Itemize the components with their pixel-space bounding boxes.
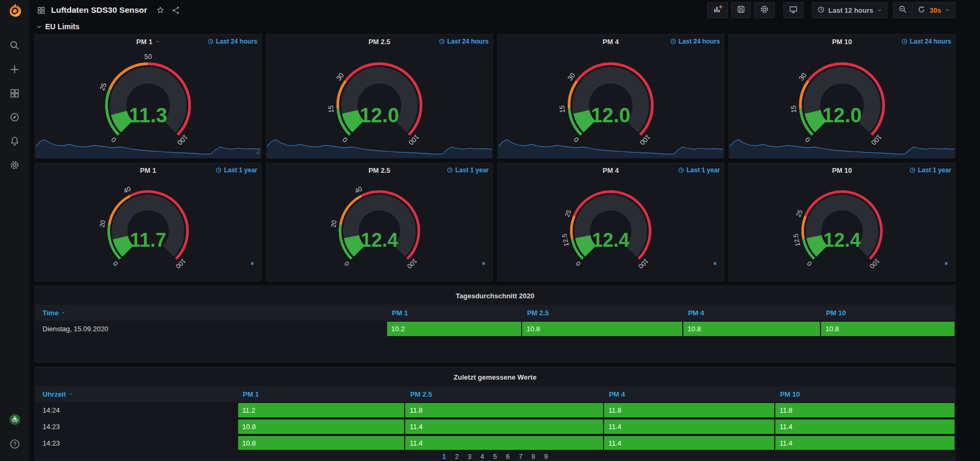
table-cell-value: 11.4 [604, 418, 775, 435]
column-header-label: Time [43, 309, 58, 317]
pagination-page-7[interactable]: 7 [518, 453, 522, 460]
panel-time-range-link[interactable]: Last 24 hours [439, 38, 489, 45]
panel-time-range-link[interactable]: Last 1 year [909, 166, 951, 174]
gauge-tick-label: 0 [572, 136, 581, 144]
table-column-header-pm-10[interactable]: PM 10 [820, 309, 955, 317]
panel-time-range-link[interactable]: Last 1 year [678, 166, 720, 174]
cycle-view-button[interactable] [783, 2, 803, 18]
pagination-page-6[interactable]: 6 [506, 453, 509, 460]
panel-header: PM 10Last 1 year [729, 163, 955, 177]
gauge-tick-label: 0 [112, 259, 120, 267]
panel-time-range-link[interactable]: Last 24 hours [901, 38, 951, 45]
panel-time-range-link[interactable]: Last 24 hours [207, 38, 257, 45]
section-label: EU Limits [45, 22, 80, 31]
column-header-label: Uhrzeit [43, 390, 66, 398]
panel-title[interactable]: PM 1 [136, 38, 160, 46]
save-icon [736, 5, 746, 15]
gauge-body: 0153010012.0 [498, 48, 724, 158]
add-panel-button[interactable] [707, 2, 728, 18]
pagination-page-8[interactable]: 8 [531, 453, 535, 460]
gauge: 0204010012.4 [266, 177, 492, 281]
table-column-header-time[interactable]: Time [35, 309, 387, 317]
pagination-page-4[interactable]: 4 [481, 453, 484, 460]
share-icon[interactable] [171, 6, 180, 15]
panel-title[interactable]: PM 1 [140, 166, 156, 174]
gauge-panel-pm-2-5-last-24-hours: PM 2.5Last 24 hours0153010012.0 [266, 34, 493, 158]
panel-title[interactable]: PM 4 [602, 166, 618, 174]
pagination-page-1[interactable]: 1 [442, 453, 446, 460]
panel-time-range-link[interactable]: Last 1 year [215, 166, 257, 174]
panel-resize-handle[interactable] [255, 147, 260, 157]
gauge-tick-label: 25 [794, 208, 804, 218]
table-column-header-pm-2-5[interactable]: PM 2.5 [405, 390, 604, 398]
gauge-value: 11.3 [129, 104, 167, 127]
panel-title-label: PM 10 [832, 38, 852, 46]
gauge-tick-label: 100 [638, 133, 652, 147]
dashboard-title[interactable]: Luftdaten SDS30 Sensor [51, 5, 147, 15]
gauge: 0204010011.7 [35, 177, 261, 281]
gauge-body: 012.52510012.4 [498, 177, 724, 281]
gauge-value: 12.4 [592, 229, 629, 251]
gauge-tick-label: 30 [797, 71, 808, 82]
sidebar-item-help[interactable]: ? [7, 438, 23, 450]
gauge-body: 0153010012.0 [729, 48, 955, 158]
table-column-header-pm-2-5[interactable]: PM 2.5 [522, 309, 683, 317]
panel-header: PM 2.5Last 24 hours [266, 35, 492, 48]
panel-time-range-label: Last 24 hours [679, 38, 720, 45]
sidebar-item-dashboards[interactable] [7, 87, 23, 99]
panel-time-range-label: Last 24 hours [910, 38, 951, 45]
alerting-icon [9, 136, 20, 147]
svg-text:?: ? [13, 441, 16, 447]
table-column-header-pm-10[interactable]: PM 10 [775, 390, 955, 398]
panel-title[interactable]: PM 4 [602, 38, 618, 46]
clock-icon [901, 38, 908, 45]
panel-title[interactable]: PM 10 [832, 166, 852, 174]
value-cell-fill: 11.8 [405, 403, 603, 417]
section-row-eu-limits[interactable]: EU Limits [29, 20, 956, 33]
zoom-out-button[interactable] [893, 2, 912, 18]
table-cell-time: 14:24 [35, 402, 238, 418]
panel-title-label: PM 2.5 [368, 166, 390, 174]
star-icon[interactable] [156, 6, 165, 15]
table-header-row: UhrzeitPM 1PM 2.5PM 4PM 10 [35, 386, 955, 402]
table-cell-value: 11.4 [775, 418, 955, 435]
sparkline-point [251, 262, 254, 265]
table-row: 14:2411.211.811.811.8 [35, 402, 955, 418]
sidebar-item-explore[interactable] [7, 111, 23, 123]
grafana-logo[interactable] [7, 3, 23, 21]
panel-title[interactable]: PM 10 [832, 38, 852, 46]
table-column-header-pm-4[interactable]: PM 4 [604, 390, 775, 398]
sidebar-item-search[interactable] [7, 39, 23, 52]
table-column-header-pm-4[interactable]: PM 4 [683, 309, 821, 317]
gauge-tick-label: 12.5 [560, 233, 570, 247]
pagination-page-9[interactable]: 9 [544, 453, 548, 460]
save-dashboard-button[interactable] [731, 2, 751, 18]
navbar: Luftdaten SDS30 Sensor Last 12 hours [29, 0, 956, 20]
panel-time-range-link[interactable]: Last 1 year [447, 166, 489, 174]
pagination-page-5[interactable]: 5 [493, 453, 497, 460]
panel-time-range-link[interactable]: Last 24 hours [670, 38, 720, 45]
pagination-page-3[interactable]: 3 [468, 453, 472, 460]
sidebar-item-alerting[interactable] [7, 135, 23, 147]
gauge: 0153010012.0 [729, 48, 955, 158]
panel-title[interactable]: PM 2.5 [368, 38, 390, 46]
table-title: Zuletzt gemessene Werte [35, 367, 955, 381]
table-row: Dienstag, 15.09.202010.210.810.810.8 [35, 321, 955, 337]
refresh-button[interactable]: 30s [912, 2, 956, 18]
gauge-body: 0153010012.0 [266, 48, 492, 158]
table-column-header-pm-1[interactable]: PM 1 [238, 390, 405, 398]
sidebar-item-configuration[interactable] [7, 158, 23, 171]
avatar-icon [9, 414, 21, 425]
dashboard-settings-button[interactable] [754, 2, 775, 18]
sidebar-item-create[interactable] [7, 63, 23, 76]
value-cell-fill: 11.4 [775, 420, 954, 434]
table-column-header-uhrzeit[interactable]: Uhrzeit [35, 390, 238, 398]
time-range-picker[interactable]: Last 12 hours [812, 2, 888, 18]
pagination-page-2[interactable]: 2 [455, 453, 459, 460]
explore-icon [9, 112, 20, 123]
gauge-tick-label: 15 [789, 105, 798, 113]
table-column-header-pm-1[interactable]: PM 1 [387, 309, 522, 317]
sidebar-item-profile[interactable] [7, 413, 23, 426]
value-cell-fill: 10.8 [821, 322, 954, 336]
panel-title[interactable]: PM 2.5 [368, 166, 390, 174]
